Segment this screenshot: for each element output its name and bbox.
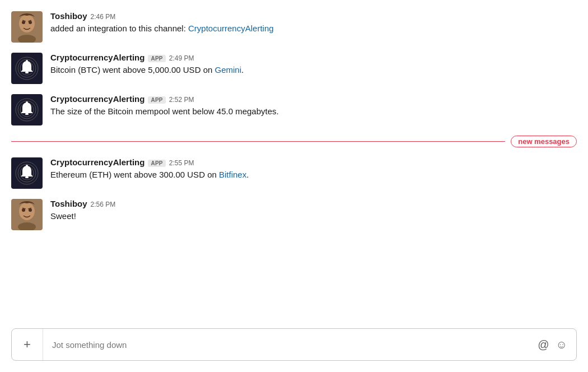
message-text: Bitcoin (BTC) went above 5,000.00 USD on… [50, 64, 577, 77]
message-item: CryptocurrencyAlerting APP 2:55 PM Ether… [11, 157, 577, 189]
svg-point-12 [26, 60, 28, 62]
svg-rect-23 [25, 176, 29, 178]
integration-link[interactable]: CryptocurrencyAlerting [188, 24, 274, 33]
message-item: Toshiboy 2:46 PM added an integration to… [11, 11, 577, 43]
exchange-link[interactable]: Gemini [214, 65, 241, 75]
new-messages-divider: new messages [11, 136, 577, 147]
message-item: CryptocurrencyAlerting APP 2:52 PM The s… [11, 94, 577, 125]
username: CryptocurrencyAlerting [50, 94, 144, 104]
message-content: CryptocurrencyAlerting APP 2:52 PM The s… [50, 94, 577, 118]
svg-rect-17 [25, 113, 29, 115]
app-badge: APP [148, 96, 165, 104]
messages-container: Toshiboy 2:46 PM added an integration to… [0, 0, 588, 323]
avatar [11, 11, 43, 43]
add-attachment-button[interactable]: + [12, 329, 43, 360]
message-item: CryptocurrencyAlerting APP 2:49 PM Bitco… [11, 53, 577, 84]
timestamp: 2:52 PM [169, 96, 194, 104]
timestamp: 2:55 PM [169, 159, 194, 167]
message-text: Ethereum (ETH) went above 300.00 USD on … [50, 169, 577, 182]
divider-line [11, 141, 505, 142]
message-header: CryptocurrencyAlerting APP 2:55 PM [50, 157, 577, 167]
message-text: Sweet! [50, 210, 577, 223]
message-content: CryptocurrencyAlerting APP 2:55 PM Ether… [50, 157, 577, 182]
message-content: Toshiboy 2:46 PM added an integration to… [50, 11, 577, 35]
composer-icons: @ ☺ [538, 338, 576, 351]
avatar [11, 53, 43, 84]
message-header: CryptocurrencyAlerting APP 2:52 PM [50, 94, 577, 104]
username: Toshiboy [50, 199, 87, 208]
message-header: Toshiboy 2:46 PM [50, 11, 577, 21]
new-messages-badge: new messages [511, 136, 577, 147]
username: Toshiboy [50, 11, 87, 21]
message-header: Toshiboy 2:56 PM [50, 199, 577, 208]
svg-point-18 [26, 101, 28, 104]
exchange-link[interactable]: Bitfinex [219, 170, 246, 179]
message-header: CryptocurrencyAlerting APP 2:49 PM [50, 53, 577, 62]
timestamp: 2:49 PM [169, 54, 194, 62]
timestamp: 2:56 PM [91, 201, 116, 208]
message-input[interactable] [43, 332, 538, 357]
avatar [11, 94, 43, 125]
message-text: The size of the Bitcoin mempool went bel… [50, 105, 577, 118]
svg-point-24 [26, 165, 28, 167]
emoji-icon[interactable]: ☺ [556, 338, 567, 351]
app-badge: APP [148, 160, 165, 167]
mention-icon[interactable]: @ [538, 338, 549, 351]
message-content: CryptocurrencyAlerting APP 2:49 PM Bitco… [50, 53, 577, 77]
message-text: added an integration to this channel: Cr… [50, 22, 577, 35]
avatar [11, 157, 43, 189]
svg-rect-11 [25, 72, 29, 73]
message-composer: + @ ☺ [11, 328, 577, 361]
avatar [11, 199, 43, 230]
app-badge: APP [148, 55, 165, 62]
username: CryptocurrencyAlerting [50, 53, 144, 62]
message-item: Toshiboy 2:56 PM Sweet! [11, 199, 577, 230]
message-content: Toshiboy 2:56 PM Sweet! [50, 199, 577, 223]
username: CryptocurrencyAlerting [50, 157, 144, 167]
timestamp: 2:46 PM [91, 13, 116, 21]
